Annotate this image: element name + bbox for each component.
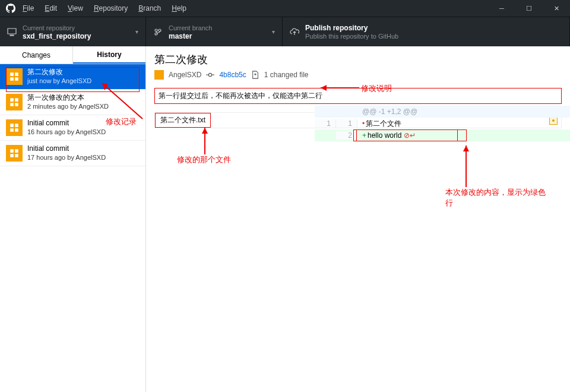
commit-title: Initial commit bbox=[27, 144, 106, 153]
commit-title: 第二次修改 bbox=[27, 68, 91, 77]
menu-help[interactable]: Help bbox=[172, 4, 186, 12]
commit-detail-title: 第二次修改 bbox=[154, 52, 562, 67]
menu-branch[interactable]: Branch bbox=[138, 4, 161, 12]
tab-history[interactable]: History bbox=[73, 46, 145, 64]
diff-hunk: @@ -1 +1,2 @@ bbox=[357, 108, 570, 116]
commit-title: Initial commit bbox=[27, 119, 106, 128]
commit-sub: just now by AngelSXD bbox=[27, 77, 91, 86]
diff-ctx-line: 第二个文件 bbox=[366, 119, 401, 128]
close-button[interactable]: ✕ bbox=[543, 0, 570, 17]
commit-sub: 17 hours ago by AngelSXD bbox=[27, 153, 106, 162]
publish-sub: Publish this repository to GitHub bbox=[305, 32, 398, 40]
avatar bbox=[6, 119, 23, 136]
file-name: 第二个文件.txt bbox=[155, 113, 211, 128]
svg-point-0 bbox=[209, 73, 212, 76]
caret-down-icon: ▾ bbox=[272, 29, 275, 35]
commit-sub: 2 minutes ago by AngelSXD bbox=[27, 102, 109, 111]
avatar bbox=[6, 145, 23, 162]
commit-item[interactable]: 第二次修改just now by AngelSXD bbox=[0, 64, 145, 90]
commit-item[interactable]: Initial commit16 hours ago by AngelSXD bbox=[0, 115, 145, 141]
commit-icon bbox=[206, 71, 214, 79]
publish-button[interactable]: Publish repository Publish this reposito… bbox=[283, 17, 570, 46]
monitor-icon bbox=[7, 27, 17, 37]
diff-add-line: hello world bbox=[368, 131, 401, 140]
commit-author: AngelSXD bbox=[169, 71, 201, 79]
maximize-button[interactable]: ☐ bbox=[515, 0, 543, 17]
menu-repository[interactable]: Repository bbox=[94, 4, 128, 12]
avatar bbox=[6, 94, 23, 110]
commit-description: 第一行提交过后，不能再次被选中，仅能选中第二行 bbox=[154, 88, 562, 104]
commit-sub: 16 hours ago by AngelSXD bbox=[27, 128, 106, 137]
avatar-small bbox=[154, 70, 164, 80]
diff-view: @@ -1 +1,2 @@ 11•第二个文件 2+hello world ⊘↵ bbox=[315, 106, 570, 141]
changed-files: 1 changed file bbox=[264, 71, 309, 79]
commit-item[interactable]: 第一次修改的文本2 minutes ago by AngelSXD bbox=[0, 90, 145, 115]
menu-view[interactable]: View bbox=[68, 4, 83, 12]
publish-label: Publish repository bbox=[305, 24, 398, 32]
minimize-button[interactable]: ─ bbox=[488, 0, 515, 17]
file-diff-icon bbox=[251, 71, 259, 79]
github-logo-icon bbox=[6, 4, 15, 13]
commit-sha[interactable]: 4b8cb5c bbox=[219, 71, 246, 79]
commit-title: 第一次修改的文本 bbox=[27, 93, 109, 102]
cloud-upload-icon bbox=[290, 27, 299, 37]
menu-edit[interactable]: Edit bbox=[45, 4, 57, 12]
branch-label: Current branch bbox=[169, 24, 212, 32]
branch-icon bbox=[153, 27, 163, 37]
repo-label: Current repository bbox=[23, 24, 91, 32]
repo-name: sxd_first_repository bbox=[23, 32, 91, 40]
avatar bbox=[6, 68, 23, 85]
branch-selector[interactable]: Current branch master ▾ bbox=[146, 17, 283, 46]
branch-name: master bbox=[169, 32, 212, 40]
tab-changes[interactable]: Changes bbox=[0, 46, 73, 64]
menu-file[interactable]: FFileile bbox=[23, 4, 34, 12]
commit-item[interactable]: Initial commit17 hours ago by AngelSXD bbox=[0, 141, 145, 166]
repo-selector[interactable]: Current repository sxd_first_repository … bbox=[0, 17, 146, 46]
caret-down-icon: ▾ bbox=[135, 29, 138, 35]
